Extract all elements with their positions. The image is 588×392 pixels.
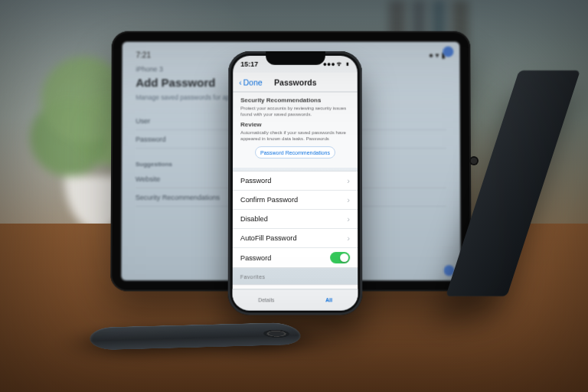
iphone-device: 15:17 ●●● ᯤ ▮ ‹ Done Passwords Security … [228,51,363,315]
chevron-right-icon: › [347,176,350,185]
ipad-home-button[interactable] [469,156,479,165]
desc-text-2: Automatically check if your saved passwo… [240,129,350,142]
desc-heading: Security Recommendations [240,96,350,103]
ipad-action-dot[interactable] [443,47,453,57]
ipad-status-time: 7:21 [136,51,151,59]
recommendations-pill-label: Password Recommendations [260,150,330,155]
group-label-favorites: Favorites [233,269,358,282]
iphone-status-time: 15:17 [240,60,258,68]
tab-bar: Details All [233,289,358,310]
recommendations-pill[interactable]: Password Recommendations [255,147,335,159]
settings-row-toggle[interactable]: Password [233,248,358,267]
iphone-notch [266,51,325,65]
iphone-status-icons: ●●● ᯤ ▮ [323,60,350,68]
row-label: Password [240,254,271,262]
chevron-right-icon: › [347,234,350,243]
settings-row-disabled[interactable]: Disabled › [233,210,358,229]
settings-row-autofill[interactable]: AutoFill Password › [233,229,358,248]
tab-all[interactable]: All [325,297,332,302]
nav-title: Passwords [240,77,351,87]
settings-group: Password › Confirm Password › Disabled ›… [233,171,358,268]
row-label: AutoFill Password [240,234,297,242]
desc-heading-2: Review [240,121,350,128]
chevron-right-icon: › [347,214,350,224]
row-label: Confirm Password [240,196,298,204]
row-label: Password [240,177,271,185]
description-block: Security Recommendations Protect your ac… [233,92,358,168]
iphone-navbar: ‹ Done Passwords [233,73,358,93]
settings-row-password[interactable]: Password › [233,172,358,191]
tab-details[interactable]: Details [258,297,274,302]
settings-row-confirm[interactable]: Confirm Password › [233,191,358,210]
desc-text: Protect your accounts by reviewing secur… [240,105,350,118]
chevron-right-icon: › [347,195,350,204]
toggle-switch[interactable] [330,253,350,264]
iphone-screen: 15:17 ●●● ᯤ ▮ ‹ Done Passwords Security … [233,56,358,311]
row-label: Disabled [240,215,268,223]
